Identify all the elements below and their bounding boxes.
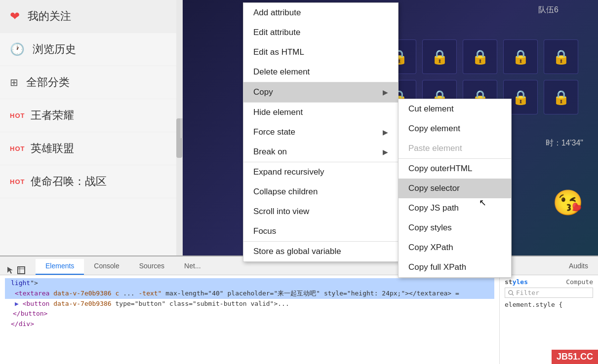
devtab-network[interactable]: Net... [174,259,210,275]
styles-header: styles Compute [505,278,593,286]
submenu-arrow: ▶ [383,88,388,96]
devtab-console[interactable]: Console [84,259,129,275]
lock-cell: 🔒 [544,80,578,114]
html-line: light"> [5,278,494,289]
ctx-copy[interactable]: Copy ▶ [243,82,398,102]
ctx-expand-recursively[interactable]: Expand recursively [243,162,398,182]
ctx-force-state[interactable]: Force state ▶ [243,122,398,142]
ctx-edit-attribute[interactable]: Edit attribute [243,23,398,42]
ctx-copy-xpath[interactable]: Copy XPath [399,238,511,257]
team-label: 队伍6 [538,5,558,15]
devtab-audits[interactable]: Audits [559,259,598,275]
lock-cell: 🔒 [463,39,497,74]
ctx-store-global[interactable]: Store as global variable [243,242,398,261]
context-menu-copy: Cut element Copy element Paste element C… [398,99,512,278]
devtab-elements[interactable]: Elements [36,259,84,275]
sidebar-label-favorites: 我的关注 [28,9,71,24]
filter-placeholder: Filter [516,289,539,296]
sidebar-label-history: 浏览历史 [33,42,76,57]
ctx-collapse-children[interactable]: Collapse children [243,182,398,202]
sidebar-item-smzh[interactable]: HOT 使命召唤：战区 [0,165,182,198]
computed-label: Compute [566,278,593,286]
submenu-arrow: ▶ [383,128,388,136]
hot-badge-smzh: HOT [10,178,25,185]
ctx-paste-element[interactable]: Paste element [399,139,511,158]
ctx-copy-styles[interactable]: Copy styles [399,218,511,238]
ctx-copy-js-path[interactable]: Copy JS path [399,198,511,218]
ctx-hide-element[interactable]: Hide element [243,103,398,122]
ctx-focus[interactable]: Focus [243,221,398,241]
styles-label: styles [505,278,528,286]
clock-icon: 🕐 [10,42,25,56]
sidebar: ❤ 我的关注 🕐 浏览历史 ⊞ 全部分类 HOT 王者荣耀 HOT 英雄联盟 H… [0,0,183,256]
timer-label: 时：14'34" [546,138,583,148]
grid-icon: ⊞ [10,76,18,88]
hot-badge-yxlm: HOT [10,145,25,152]
ctx-cut-element[interactable]: Cut element [399,99,511,119]
sidebar-label-yxlm: 英雄联盟 [31,141,74,156]
cursor-icon [6,266,15,275]
submenu-arrow: ▶ [383,148,388,156]
hot-badge-wzry: HOT [10,112,25,119]
ctx-copy-selector[interactable]: Copy selector [399,179,511,198]
sidebar-item-all[interactable]: ⊞ 全部分类 [0,66,182,99]
sidebar-item-wzry[interactable]: HOT 王者荣耀 [0,99,182,132]
svg-point-4 [509,291,513,294]
html-line: </button> [5,309,494,319]
ctx-copy-outerhtml[interactable]: Copy outerHTML [399,159,511,179]
devtab-sources[interactable]: Sources [129,259,174,275]
svg-rect-1 [18,267,25,274]
box-icon [17,266,26,275]
ctx-add-attribute[interactable]: Add attribute [243,3,398,23]
lock-cell: 🔒 [544,39,578,74]
emoji-display: 😘 [553,188,583,217]
html-panel: light"> <textarea data-v-7e0b9386 c ... … [0,275,499,364]
sidebar-label-smzh: 使命召唤：战区 [31,174,107,189]
sidebar-label-wzry: 王者荣耀 [31,108,74,123]
ctx-edit-html[interactable]: Edit as HTML [243,42,398,62]
sidebar-item-history[interactable]: 🕐 浏览历史 [0,33,182,66]
ctx-delete-element[interactable]: Delete element [243,62,398,82]
sidebar-item-favorites[interactable]: ❤ 我的关注 [0,0,182,33]
ctx-scroll-into-view[interactable]: Scroll into view [243,202,398,221]
context-menu-main: Add attribute Edit attribute Edit as HTM… [243,2,399,262]
svg-line-5 [512,294,514,295]
devtools-content: light"> <textarea data-v-7e0b9386 c ... … [0,275,598,364]
ctx-break-on[interactable]: Break on ▶ [243,142,398,162]
filter-bar: Filter [505,288,593,298]
ctx-copy-full-xpath[interactable]: Copy full XPath [399,257,511,277]
lock-cell: 🔒 [422,39,457,74]
style-rule: element.style { [505,301,593,308]
filter-icon [508,290,514,296]
devtools-cursor-tab[interactable] [0,266,36,275]
heart-icon: ❤ [10,9,20,23]
html-line: ▶ <button data-v-7e0b9386 type="button" … [5,299,494,309]
html-line: <textarea data-v-7e0b9386 c ... -text" m… [5,289,494,299]
sidebar-item-yxlm[interactable]: HOT 英雄联盟 [0,132,182,165]
sidebar-label-all: 全部分类 [26,75,70,90]
html-line: </div> [5,319,494,329]
lock-cell: 🔒 [503,39,538,74]
svg-marker-0 [7,267,13,274]
ctx-copy-element[interactable]: Copy element [399,119,511,139]
watermark: JB51.CC [552,350,598,364]
